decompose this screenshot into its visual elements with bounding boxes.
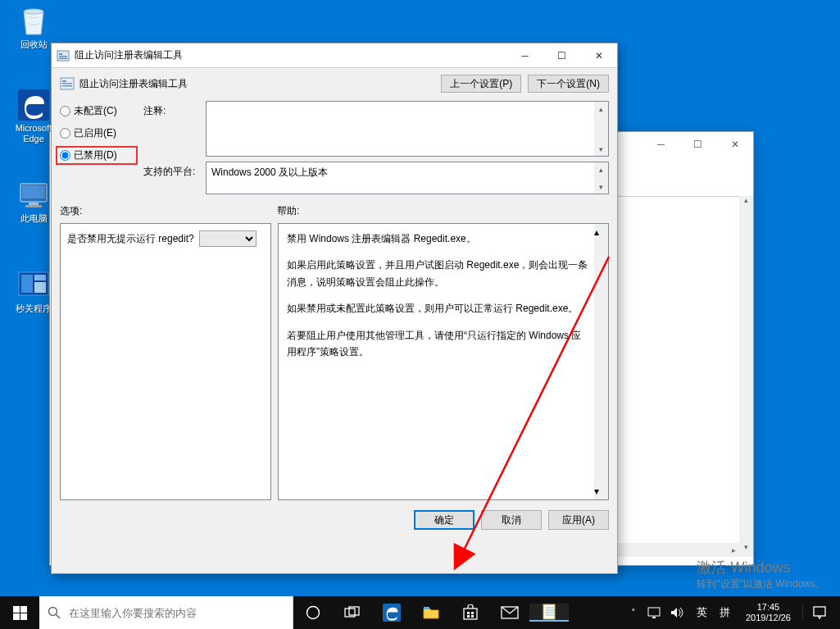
svg-rect-15 bbox=[62, 80, 66, 82]
search-icon bbox=[48, 606, 61, 619]
svg-point-23 bbox=[49, 608, 57, 616]
scrollbar-vertical[interactable]: ▴ ▾ bbox=[739, 196, 753, 557]
taskbar-app-edge[interactable] bbox=[372, 604, 411, 622]
svg-rect-33 bbox=[467, 615, 470, 618]
next-setting-button[interactable]: 下一个设置(N) bbox=[528, 75, 609, 93]
svg-rect-3 bbox=[22, 185, 45, 198]
tray-notifications-icon[interactable] bbox=[802, 605, 835, 620]
maximize-button[interactable]: ☐ bbox=[679, 132, 716, 157]
svg-rect-13 bbox=[59, 57, 67, 59]
app-icon bbox=[57, 49, 70, 62]
svg-point-0 bbox=[24, 9, 43, 14]
tray-date: 2019/12/26 bbox=[746, 613, 791, 623]
taskbar-app-explorer[interactable] bbox=[411, 605, 451, 620]
svg-rect-16 bbox=[62, 83, 72, 84]
svg-rect-8 bbox=[34, 275, 46, 280]
minimize-button[interactable]: ─ bbox=[642, 132, 679, 157]
svg-rect-32 bbox=[471, 612, 474, 614]
option-select[interactable] bbox=[199, 230, 257, 247]
radio-enabled[interactable]: 已启用(E) bbox=[60, 126, 134, 140]
svg-rect-36 bbox=[543, 604, 555, 619]
window-title: 阻止访问注册表编辑工具 bbox=[75, 48, 183, 62]
cancel-button[interactable]: 取消 bbox=[481, 510, 542, 530]
search-box[interactable] bbox=[39, 596, 293, 629]
radio-disabled[interactable]: 已禁用(D) bbox=[60, 148, 134, 162]
svg-rect-22 bbox=[20, 613, 27, 620]
scrollbar-vertical[interactable]: ▴▾ bbox=[594, 162, 608, 194]
svg-rect-20 bbox=[20, 606, 27, 613]
svg-rect-42 bbox=[652, 617, 656, 618]
options-label: 选项: bbox=[60, 204, 277, 218]
taskbar-app-mail[interactable] bbox=[490, 606, 529, 619]
shutdown-icon bbox=[17, 269, 50, 302]
tray-network-icon[interactable] bbox=[647, 607, 665, 618]
tray-chevron-up-icon[interactable]: ˄ bbox=[624, 608, 642, 618]
taskbar: ˄ 英 拼 17:45 2019/12/26 bbox=[0, 596, 840, 629]
platform-textbox: Windows 2000 及以上版本 ▴▾ bbox=[206, 162, 609, 194]
activation-watermark: 激活 Windows 转到"设置"以激活 Windows。 bbox=[697, 558, 825, 591]
svg-point-25 bbox=[307, 607, 320, 619]
watermark-title: 激活 Windows bbox=[697, 558, 825, 577]
svg-rect-12 bbox=[59, 56, 67, 57]
tray-ime-lang[interactable]: 英 bbox=[693, 605, 711, 620]
svg-rect-19 bbox=[13, 606, 20, 613]
svg-rect-5 bbox=[25, 205, 42, 207]
tray-time: 17:45 bbox=[746, 602, 791, 613]
tray-ime-mode[interactable]: 拼 bbox=[716, 605, 734, 620]
watermark-subtitle: 转到"设置"以激活 Windows。 bbox=[697, 577, 825, 591]
apply-button[interactable]: 应用(A) bbox=[548, 510, 609, 530]
svg-rect-4 bbox=[29, 203, 39, 205]
search-input[interactable] bbox=[69, 607, 284, 619]
platform-label: 支持的平台: bbox=[143, 162, 201, 179]
help-panel: 禁用 Windows 注册表编辑器 Regedit.exe。 如果启用此策略设置… bbox=[278, 223, 609, 500]
tray-volume-icon[interactable] bbox=[670, 607, 688, 618]
taskbar-app-store[interactable] bbox=[451, 604, 490, 621]
close-button[interactable]: ✕ bbox=[716, 132, 753, 157]
tray-clock[interactable]: 17:45 2019/12/26 bbox=[739, 602, 797, 623]
task-view-button[interactable] bbox=[333, 606, 372, 619]
help-label: 帮助: bbox=[277, 204, 299, 218]
scrollbar-vertical[interactable]: ▴▾ bbox=[594, 224, 608, 499]
svg-rect-30 bbox=[464, 608, 477, 619]
svg-rect-43 bbox=[814, 607, 825, 616]
policy-title-text: 阻止访问注册表编辑工具 bbox=[79, 77, 188, 91]
help-text: 如果禁用或未配置此策略设置，则用户可以正常运行 Regedit.exe。 bbox=[287, 300, 590, 317]
minimize-button[interactable]: ─ bbox=[506, 43, 543, 68]
help-text: 如果启用此策略设置，并且用户试图启动 Regedit.exe，则会出现一条消息，… bbox=[287, 257, 590, 290]
this-pc-icon bbox=[17, 179, 50, 212]
svg-rect-41 bbox=[648, 608, 660, 616]
ok-button[interactable]: 确定 bbox=[414, 510, 474, 530]
options-panel: 是否禁用无提示运行 regedit? bbox=[60, 223, 271, 500]
option-question: 是否禁用无提示运行 regedit? bbox=[67, 232, 194, 246]
platform-value: Windows 2000 及以上版本 bbox=[207, 162, 608, 183]
taskbar-app-notepad[interactable] bbox=[529, 604, 569, 622]
help-text: 若要阻止用户使用其他管理工具，请使用“只运行指定的 Windows 应用程序”策… bbox=[287, 327, 590, 361]
svg-rect-34 bbox=[471, 615, 474, 618]
policy-dialog: 阻止访问注册表编辑工具 ─ ☐ ✕ 阻止访问注册表编辑工具 上一个设置(P) 下… bbox=[51, 43, 618, 574]
svg-rect-17 bbox=[62, 85, 72, 87]
cortana-button[interactable] bbox=[293, 605, 333, 620]
svg-line-24 bbox=[57, 615, 61, 619]
start-button[interactable] bbox=[0, 596, 39, 629]
radio-not-configured[interactable]: 未配置(C) bbox=[60, 104, 134, 118]
edge-icon bbox=[17, 89, 50, 121]
svg-rect-11 bbox=[59, 53, 62, 55]
svg-rect-7 bbox=[21, 275, 33, 293]
svg-rect-31 bbox=[467, 612, 470, 614]
titlebar: 阻止访问注册表编辑工具 ─ ☐ ✕ bbox=[52, 43, 617, 68]
maximize-button[interactable]: ☐ bbox=[543, 43, 580, 68]
svg-rect-9 bbox=[34, 282, 46, 293]
svg-rect-29 bbox=[424, 607, 429, 609]
scrollbar-vertical[interactable]: ▴▾ bbox=[594, 102, 608, 156]
comment-textbox[interactable]: ▴▾ bbox=[206, 101, 609, 157]
policy-icon bbox=[60, 76, 75, 91]
svg-rect-21 bbox=[13, 613, 20, 620]
comment-label: 注释: bbox=[143, 101, 201, 118]
help-text: 禁用 Windows 注册表编辑器 Regedit.exe。 bbox=[287, 230, 590, 247]
previous-setting-button[interactable]: 上一个设置(P) bbox=[441, 75, 521, 93]
policy-heading: 阻止访问注册表编辑工具 bbox=[60, 76, 188, 91]
close-button[interactable]: ✕ bbox=[580, 43, 617, 68]
recycle-bin-icon bbox=[17, 5, 50, 38]
